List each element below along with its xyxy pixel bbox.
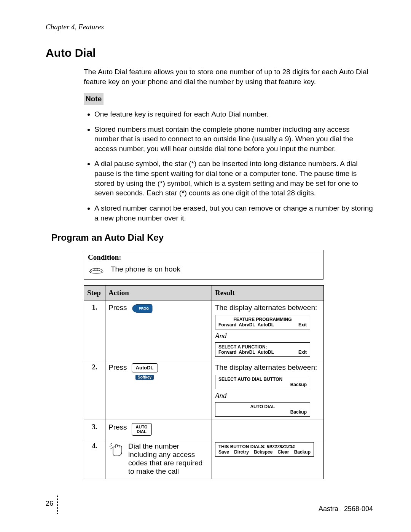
dial-hand-icon xyxy=(108,442,124,459)
th-step: Step xyxy=(84,286,105,300)
step-number: 2. xyxy=(84,360,105,420)
press-label: Press xyxy=(108,363,127,372)
subsection-title: Program an Auto Dial Key xyxy=(51,232,373,243)
table-row: 3. Press AUTO DIAL xyxy=(84,420,324,439)
lcd-row: Backup xyxy=(218,409,307,415)
result-intro: The display alternates between: xyxy=(215,363,320,372)
body-block: The Auto Dial feature allows you to stor… xyxy=(84,67,373,223)
lcd-title: AUTO DIAL xyxy=(218,404,307,409)
softkey-tag: Softkey xyxy=(135,375,154,380)
action-cell: Press AUTO DIAL xyxy=(105,420,212,439)
note-item: Stored numbers must contain the complete… xyxy=(94,125,373,154)
result-intro: The display alternates between: xyxy=(215,304,320,312)
lcd-display: FEATURE PROGRAMMING Forward AbrvDL AutoD… xyxy=(215,315,310,329)
lcd-row: Save Dirctry Bckspce Clear Backup xyxy=(218,449,311,455)
lcd-title: FEATURE PROGRAMMING xyxy=(218,317,307,322)
dial-instruction: Dial the number including any access cod… xyxy=(128,442,209,476)
footer-dotted-divider xyxy=(57,495,58,514)
press-label: Press xyxy=(108,423,127,431)
note-item: A stored number cannot be erased, but yo… xyxy=(94,203,373,223)
steps-table: Step Action Result 1. Press PROG xyxy=(84,285,324,479)
condition-label: Condition: xyxy=(88,253,319,262)
step-number: 3. xyxy=(84,420,105,439)
note-item: One feature key is required for each Aut… xyxy=(94,109,373,119)
lcd-display: SELECT A FUNCTION: Forward AbrvDL AutoDL… xyxy=(215,342,310,357)
lcd-row: Forward AbrvDL AutoDL Exit xyxy=(218,322,307,328)
svg-text:PROG: PROG xyxy=(139,307,149,310)
lcd-display: SELECT AUTO DIAL BUTTON Backup xyxy=(215,375,310,389)
result-cell: THIS BUTTON DIALS: 99727881234 Save Dirc… xyxy=(212,439,324,479)
page: Chapter 4, Features Auto Dial The Auto D… xyxy=(0,0,411,532)
note-list: One feature key is required for each Aut… xyxy=(84,109,373,223)
table-row: 4. Dial the number including any access … xyxy=(84,439,324,479)
lcd-row: Forward AbrvDL AutoDL Exit xyxy=(218,350,307,355)
lcd-row: Backup xyxy=(218,382,307,387)
note-label: Note xyxy=(84,93,104,105)
and-separator: And xyxy=(215,391,320,400)
prog-key-icon: PROG xyxy=(132,304,153,315)
action-cell: Press PROG xyxy=(105,300,212,360)
lcd-display: THIS BUTTON DIALS: 99727881234 Save Dirc… xyxy=(215,442,314,457)
note-item: A dial pause symbol, the star (*) can be… xyxy=(94,159,373,198)
autodl-softkey: AutoDL Softkey xyxy=(132,363,158,380)
page-number: 26 xyxy=(46,500,53,508)
result-cell xyxy=(212,420,324,439)
lcd-title: SELECT AUTO DIAL BUTTON xyxy=(218,377,307,382)
page-footer: 26 Aastra 2568-004 xyxy=(46,494,373,513)
lcd-title: SELECT A FUNCTION: xyxy=(218,344,307,350)
table-row: 2. Press AutoDL Softkey The display alte… xyxy=(84,360,324,420)
th-action: Action xyxy=(105,286,212,300)
footer-brand: Aastra xyxy=(319,505,338,513)
intro-paragraph: The Auto Dial feature allows you to stor… xyxy=(84,67,373,86)
phone-on-hook-icon xyxy=(88,263,105,275)
softkey-label: AutoDL xyxy=(132,363,158,372)
step-number: 4. xyxy=(84,439,105,479)
auto-dial-key: AUTO DIAL xyxy=(132,423,152,435)
result-cell: The display alternates between: FEATURE … xyxy=(212,300,324,360)
running-head: Chapter 4, Features xyxy=(46,23,373,31)
footer-doc-id: 2568-004 xyxy=(344,505,373,513)
and-separator: And xyxy=(215,332,320,340)
action-cell: Press AutoDL Softkey xyxy=(105,360,212,420)
condition-box: Condition: The phone is on hook xyxy=(84,250,323,280)
action-cell: Dial the number including any access cod… xyxy=(105,439,212,479)
press-label: Press xyxy=(108,304,127,312)
lcd-display: AUTO DIAL Backup xyxy=(215,402,310,417)
step-number: 1. xyxy=(84,300,105,360)
lcd-line: THIS BUTTON DIALS: 99727881234 xyxy=(218,444,311,449)
section-title: Auto Dial xyxy=(46,46,373,59)
th-result: Result xyxy=(212,286,324,300)
table-row: 1. Press PROG The display alternates bet xyxy=(84,300,324,360)
result-cell: The display alternates between: SELECT A… xyxy=(212,360,324,420)
footer-right: Aastra 2568-004 xyxy=(319,505,373,513)
condition-text: The phone is on hook xyxy=(111,265,180,273)
